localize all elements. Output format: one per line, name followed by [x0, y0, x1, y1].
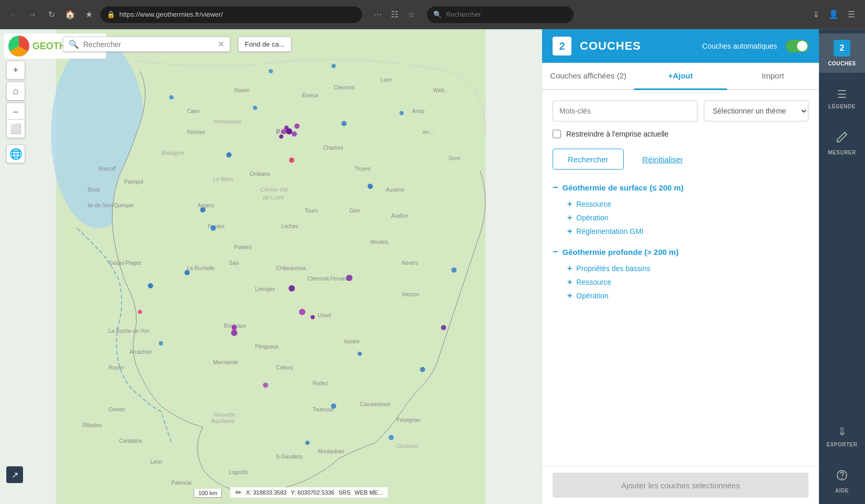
svg-text:Évreux: Évreux: [302, 92, 319, 98]
fullscreen-toolbar: ⬜: [6, 119, 25, 138]
arrow-button[interactable]: ↗: [6, 466, 23, 483]
category-item-operation-2[interactable]: + Opération: [553, 289, 808, 303]
more-options-button[interactable]: ⋯: [370, 7, 385, 22]
browser-search-input[interactable]: [446, 10, 551, 18]
svg-text:Angers: Angers: [198, 203, 215, 208]
sidebar-divider-3: [828, 458, 856, 458]
svg-text:Vierzon: Vierzon: [402, 292, 420, 297]
map-search-input[interactable]: [83, 40, 214, 49]
plus-icon-proprietes: +: [567, 264, 572, 273]
svg-text:Centre-Val: Centre-Val: [261, 186, 288, 193]
app-container: Normandie Paris Bretagne Le Mans Centre-…: [0, 29, 865, 504]
profile-button[interactable]: 👤: [826, 7, 841, 22]
keyword-input[interactable]: [553, 100, 698, 121]
svg-text:Nantes: Nantes: [208, 223, 225, 229]
svg-point-100: [148, 283, 153, 288]
category-item-ressource-2[interactable]: + Ressource: [553, 275, 808, 289]
category-item-proprietes[interactable]: + Propriétés des bassins: [553, 262, 808, 275]
rechercher-button[interactable]: Rechercher: [553, 149, 624, 170]
svg-point-90: [299, 309, 306, 315]
category-item-operation-1[interactable]: + Opération: [553, 211, 808, 225]
map-svg: Normandie Paris Bretagne Le Mans Centre-…: [0, 29, 542, 504]
fullscreen-button[interactable]: ⬜: [6, 119, 25, 138]
forward-button[interactable]: →: [25, 7, 40, 22]
category-item-ressource-1[interactable]: + Ressource: [553, 197, 808, 211]
svg-text:Marmande: Marmande: [214, 360, 239, 365]
tab-ajout[interactable]: +Ajout: [634, 63, 726, 90]
globe-button[interactable]: 🌐: [6, 144, 25, 163]
fond-de-carte-button[interactable]: Fond de ca...: [238, 37, 291, 52]
scale-text: 100 km: [198, 490, 217, 496]
panel-tabs: Couches affichées (2) +Ajout Import: [542, 63, 819, 90]
logo-circle: [8, 36, 29, 57]
add-layers-button[interactable]: Ajouter les couches selectionnées: [553, 473, 808, 498]
home-button-map[interactable]: ⌂: [6, 82, 25, 100]
svg-text:Le Mans: Le Mans: [214, 176, 233, 182]
sidebar-label-aide: AIDE: [835, 488, 849, 494]
reinitialiser-button[interactable]: Réinitialiser: [636, 149, 690, 170]
url-bar[interactable]: 🔒 https://www.geothermies.fr/viewer/: [100, 6, 362, 23]
tab-import[interactable]: Import: [727, 63, 819, 90]
home-button[interactable]: 🏠: [63, 7, 77, 22]
back-button[interactable]: ←: [6, 7, 21, 22]
toggle-switch[interactable]: [785, 40, 808, 52]
zoom-in-button[interactable]: +: [6, 61, 25, 80]
svg-point-98: [263, 383, 268, 388]
svg-point-84: [452, 267, 457, 273]
item-label-proprietes: Propriétés des bassins: [576, 264, 650, 273]
sidebar-item-aide[interactable]: AIDE: [819, 463, 865, 500]
toggle-label: Couches automatiques: [702, 42, 777, 50]
svg-point-83: [346, 275, 353, 281]
svg-point-75: [200, 207, 206, 212]
sidebar-item-couches[interactable]: 2 COUCHES: [819, 33, 865, 73]
svg-text:Aquitaine: Aquitaine: [210, 418, 235, 424]
scale-bar: 100 km: [194, 489, 222, 498]
exporter-icon: ⇓: [837, 425, 847, 439]
svg-point-78: [227, 152, 232, 158]
svg-text:Rouen: Rouen: [234, 87, 250, 93]
emprise-checkbox[interactable]: [553, 130, 561, 138]
svg-text:Occitanie: Occitanie: [397, 443, 419, 449]
svg-text:Rennes: Rennes: [187, 129, 205, 135]
svg-point-72: [295, 124, 300, 129]
svg-text:Oviedo: Oviedo: [109, 407, 126, 412]
map-search-clear-icon[interactable]: ✕: [218, 39, 224, 49]
sidebar-item-mesurer[interactable]: MESURER: [819, 125, 865, 162]
download-button[interactable]: ⇓: [808, 7, 823, 22]
tab-couches-affichees[interactable]: Couches affichées (2): [542, 63, 634, 90]
zoom-out-button[interactable]: −: [6, 103, 25, 121]
svg-text:Toulouse: Toulouse: [313, 407, 334, 412]
svg-point-88: [170, 95, 174, 99]
coord-bar: ✏ X: 318833.3583 Y: 6030702.5336 SRS WEB…: [230, 487, 388, 498]
svg-point-74: [282, 129, 287, 134]
bookmark-button[interactable]: ★: [82, 7, 96, 22]
svg-text:Clermont: Clermont: [334, 85, 355, 91]
category-header-profonde[interactable]: − Géothermie profonde (> 200 m): [553, 247, 808, 257]
reload-button[interactable]: ↻: [44, 7, 59, 22]
star-button[interactable]: ☆: [404, 7, 419, 22]
aide-icon: [836, 469, 848, 485]
browser-right-icons: ⇓ 👤 ☰: [808, 7, 859, 22]
plus-icon-ressource-1: +: [567, 199, 572, 209]
svg-point-77: [289, 285, 295, 292]
menu-button[interactable]: ☰: [844, 7, 859, 22]
pocket-button[interactable]: ☷: [387, 7, 402, 22]
svg-point-70: [292, 131, 297, 137]
item-label-reglementation: Réglementation GMI: [576, 227, 643, 236]
svg-text:Brest: Brest: [88, 187, 100, 193]
coord-y: Y: 6030702.5336: [291, 489, 334, 496]
browser-search-bar[interactable]: 🔍: [427, 6, 574, 23]
category-group-surface: − Géothermie de surface (≤ 200 m) + Ress…: [553, 182, 808, 238]
svg-text:Ussel: Ussel: [318, 312, 331, 318]
svg-point-82: [185, 270, 190, 275]
svg-point-97: [138, 310, 142, 314]
sidebar-item-legende[interactable]: ☰ LÉGENDE: [819, 82, 865, 116]
category-item-reglementation[interactable]: + Réglementation GMI: [553, 225, 808, 238]
map-area[interactable]: Normandie Paris Bretagne Le Mans Centre-…: [0, 29, 542, 504]
category-header-surface[interactable]: − Géothermie de surface (≤ 200 m): [553, 182, 808, 193]
svg-text:Tours: Tours: [305, 208, 318, 214]
sidebar-divider-1: [828, 77, 856, 77]
svg-text:Montauban: Montauban: [318, 449, 344, 454]
sidebar-item-exporter[interactable]: ⇓ EXPORTER: [819, 419, 865, 454]
theme-select[interactable]: Sélectionner un thème Géothermie de surf…: [704, 100, 808, 121]
